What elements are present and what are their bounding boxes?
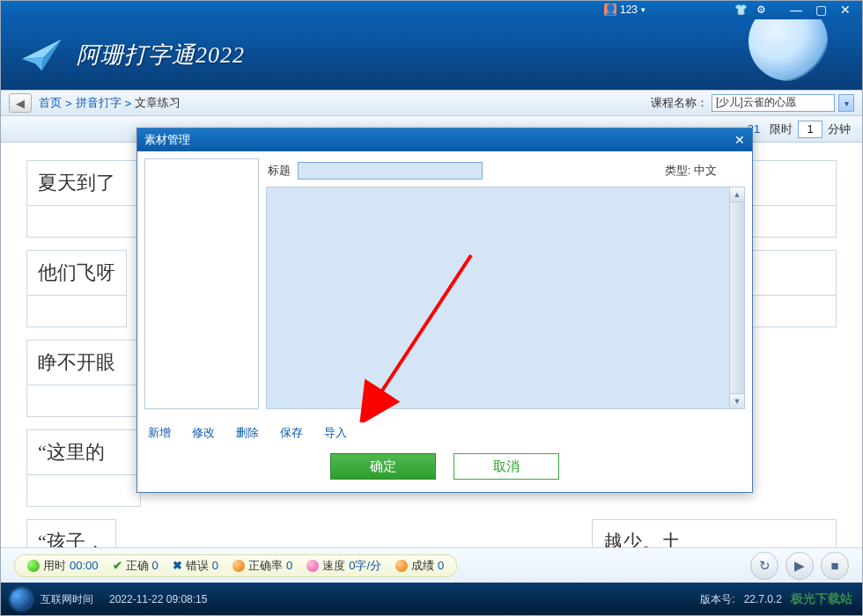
text-line: 他们飞呀 (26, 250, 127, 296)
breadcrumb-sep: > (125, 97, 132, 110)
dialog-close-button[interactable]: ✕ (734, 133, 745, 147)
close-button[interactable]: ✕ (833, 1, 858, 18)
material-dialog: 素材管理 ✕ 标题 类型: 中文 ▲ ▼ 新增 修改 删除 保存 (136, 128, 753, 493)
time-icon (27, 560, 40, 572)
stop-button[interactable]: ■ (821, 552, 849, 580)
course-dropdown-icon[interactable]: ▾ (838, 94, 854, 112)
action-links: 新增 修改 删除 保存 导入 (137, 416, 752, 444)
breadcrumb-home[interactable]: 首页 (39, 95, 62, 111)
version-value: 22.7.0.2 (744, 593, 782, 605)
cancel-button[interactable]: 取消 (454, 453, 559, 480)
restart-button[interactable]: ↻ (750, 552, 778, 580)
dialog-body: 标题 类型: 中文 ▲ ▼ (137, 151, 752, 416)
scrollbar[interactable]: ▲ ▼ (729, 187, 744, 408)
skin-icon[interactable]: 👕 (734, 4, 748, 16)
content-textarea[interactable]: ▲ ▼ (266, 187, 745, 409)
wrong-value: 0 (212, 559, 218, 572)
limit-label: 限时 (770, 121, 793, 137)
app-header: 阿珊打字通2022 (0, 19, 863, 90)
dialog-title: 素材管理 (144, 132, 190, 148)
orb-icon[interactable] (11, 589, 32, 610)
edit-link[interactable]: 修改 (192, 425, 215, 441)
ok-button[interactable]: 确定 (330, 453, 436, 480)
logo-icon (18, 35, 66, 75)
rate-icon (232, 560, 245, 572)
course-label: 课程名称： (651, 95, 708, 111)
type-value: 中文 (694, 164, 717, 177)
breadcrumb-sep: > (65, 97, 72, 110)
input-line[interactable] (26, 385, 141, 417)
moon-decoration (749, 19, 828, 81)
titlebar-tools: 👕 ⚙ (734, 4, 766, 16)
correct-label: 正确 (126, 558, 149, 574)
window-titlebar: 👤 123 ▾ 👕 ⚙ — ▢ ✕ (0, 0, 863, 19)
play-button[interactable]: ▶ (786, 552, 814, 580)
rate-value: 0 (286, 559, 292, 572)
dialog-titlebar: 素材管理 ✕ (137, 128, 752, 151)
limit-input[interactable] (798, 121, 822, 138)
speed-value: 0字/分 (349, 558, 381, 574)
svg-marker-1 (22, 57, 43, 70)
correct-value: 0 (152, 559, 159, 572)
net-time-label: 互联网时间 (41, 592, 93, 607)
playback-controls: ↻ ▶ ■ (750, 552, 849, 580)
input-line[interactable] (26, 296, 127, 327)
save-link[interactable]: 保存 (280, 425, 303, 441)
scroll-up-icon[interactable]: ▲ (730, 187, 744, 202)
back-button[interactable]: ◀ (9, 93, 32, 113)
content-column: 标题 类型: 中文 ▲ ▼ (266, 158, 745, 409)
text-line: “这里的 (26, 429, 141, 475)
maximize-button[interactable]: ▢ (808, 1, 833, 18)
breadcrumb-current: 文章练习 (135, 95, 181, 111)
title-field-label: 标题 (268, 163, 291, 179)
rate-label: 正确率 (248, 558, 283, 574)
dropdown-icon: ▾ (641, 5, 645, 14)
wrong-icon: ✖ (173, 559, 182, 572)
settings-icon[interactable]: ⚙ (756, 4, 766, 16)
type-label: 类型: (665, 164, 691, 177)
delete-link[interactable]: 删除 (236, 425, 259, 441)
user-badge[interactable]: 👤 123 ▾ (604, 4, 645, 16)
version-label: 版本号: (700, 592, 734, 607)
datetime: 2022-11-22 09:08:15 (109, 593, 207, 605)
input-line[interactable] (26, 475, 141, 507)
score-label: 成绩 (411, 558, 434, 574)
speed-icon (306, 560, 319, 572)
correct-icon: ✔ (113, 559, 122, 572)
user-name: 123 (620, 4, 638, 16)
app-title: 阿珊打字通2022 (77, 40, 245, 70)
add-link[interactable]: 新增 (148, 425, 171, 441)
bottom-taskbar: 互联网时间 2022-11-22 09:08:15 版本号: 22.7.0.2 … (0, 583, 863, 616)
score-value: 0 (438, 559, 444, 572)
time-label: 用时 (43, 558, 66, 574)
limit-unit: 分钟 (828, 121, 851, 137)
svg-marker-0 (22, 39, 62, 59)
course-select[interactable]: [少儿]云雀的心愿 (712, 94, 835, 112)
window-controls: — ▢ ✕ (784, 1, 858, 18)
import-link[interactable]: 导入 (324, 425, 347, 441)
status-strip: 用时 00:00 ✔正确 0 ✖错误 0 正确率 0 速度 0字/分 成绩 0 … (0, 547, 863, 583)
course-selector: 课程名称： [少儿]云雀的心愿 ▾ (651, 94, 854, 112)
user-icon: 👤 (604, 4, 616, 16)
speed-label: 速度 (322, 558, 345, 574)
breadcrumb-bar: ◀ 首页 > 拼音打字 > 文章练习 课程名称： [少儿]云雀的心愿 ▾ (0, 90, 863, 116)
score-icon (395, 560, 408, 572)
text-line: 睁不开眼 (26, 340, 141, 385)
title-input[interactable] (298, 162, 483, 180)
wrong-label: 错误 (186, 558, 209, 574)
material-list[interactable] (144, 158, 259, 409)
watermark: 极光下载站 (791, 591, 852, 607)
minimize-button[interactable]: — (784, 1, 808, 18)
scroll-down-icon[interactable]: ▼ (730, 393, 744, 408)
time-value: 00:00 (70, 559, 99, 572)
dialog-buttons: 确定 取消 (137, 444, 752, 492)
stats-pill: 用时 00:00 ✔正确 0 ✖错误 0 正确率 0 速度 0字/分 成绩 0 (14, 554, 457, 577)
breadcrumb-pinyin[interactable]: 拼音打字 (76, 95, 122, 111)
